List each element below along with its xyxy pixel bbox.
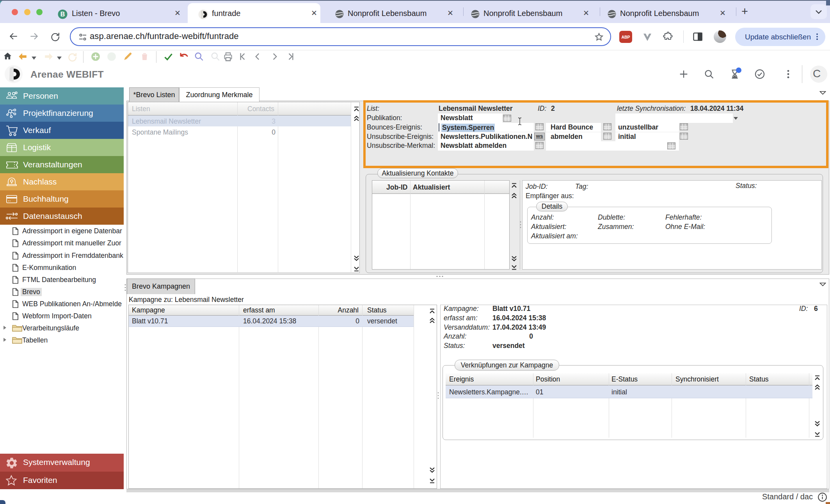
svg-text:B: B (60, 11, 65, 18)
